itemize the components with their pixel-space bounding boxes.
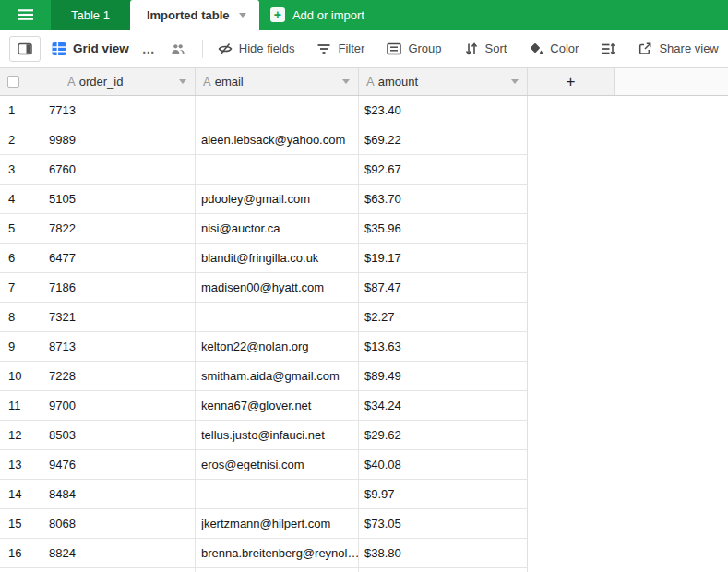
cell-email[interactable] <box>196 480 359 509</box>
cell-email[interactable] <box>196 303 359 332</box>
column-header-email[interactable]: A email <box>196 68 359 95</box>
cell-order-id[interactable]: 7321 <box>42 303 196 332</box>
tab-imported-table[interactable]: Imported table <box>130 0 259 30</box>
cell-amount[interactable]: $9.97 <box>359 480 528 509</box>
toolbar-divider <box>202 40 203 58</box>
cell-order-id[interactable]: 8503 <box>42 421 196 450</box>
single-line-text-field-icon: A <box>366 75 375 89</box>
cell-order-id[interactable]: 9989 <box>42 125 196 155</box>
cell-amount[interactable]: $19.17 <box>359 244 528 273</box>
cell-email[interactable]: smitham.aida@gmail.com <box>196 362 359 391</box>
cell-email[interactable]: pdooley@gmail.com <box>196 185 359 214</box>
sort-button[interactable]: Sort <box>464 42 507 56</box>
column-menu-chevron-icon[interactable] <box>179 79 186 84</box>
cell-email[interactable]: jkertzmann@hilpert.com <box>196 509 359 539</box>
filter-button[interactable]: Filter <box>316 42 364 56</box>
cell-amount[interactable]: $40.08 <box>359 450 528 480</box>
cell-email[interactable]: kelton22@nolan.org <box>196 332 359 362</box>
cell-order-id[interactable]: 5105 <box>42 185 196 214</box>
cell-amount[interactable]: $38.80 <box>359 539 528 568</box>
cell-amount[interactable]: $35.96 <box>359 214 528 244</box>
row-number-cell[interactable]: 7 <box>0 273 42 303</box>
cell-amount[interactable] <box>359 568 528 572</box>
cell-amount[interactable]: $63.70 <box>359 185 528 214</box>
column-header-order-id[interactable]: A order_id <box>42 68 196 95</box>
cell-email[interactable]: madisen00@hyatt.com <box>196 273 359 303</box>
cell-amount[interactable]: $69.22 <box>359 125 528 155</box>
view-switcher[interactable]: Grid view <box>52 42 129 56</box>
table-row: 158068jkertzmann@hilpert.com$73.05 <box>0 509 728 539</box>
cell-email[interactable]: brenna.breitenberg@reynol… <box>196 539 359 568</box>
row-number-cell[interactable]: 13 <box>0 450 42 480</box>
cell-email[interactable]: aleen.lebsack@yahoo.com <box>196 125 359 155</box>
row-number-cell[interactable]: 12 <box>0 421 42 450</box>
cell-email[interactable]: kenna67@glover.net <box>196 391 359 421</box>
select-all-checkbox[interactable] <box>7 76 19 88</box>
row-number-cell[interactable]: 15 <box>0 509 42 539</box>
cell-order-id[interactable]: 8713 <box>42 332 196 362</box>
table-row: 36760$92.67 <box>0 155 728 185</box>
row-number-cell[interactable]: 8 <box>0 303 42 332</box>
cell-order-id[interactable] <box>42 568 196 572</box>
hide-fields-button[interactable]: Hide fields <box>218 42 295 56</box>
cell-amount[interactable]: $2.27 <box>359 303 528 332</box>
cell-amount[interactable]: $87.47 <box>359 273 528 303</box>
column-header-amount[interactable]: A amount <box>359 68 528 95</box>
row-number-cell[interactable]: 10 <box>0 362 42 391</box>
cell-email[interactable] <box>196 96 359 125</box>
row-number-cell[interactable]: 2 <box>0 125 42 155</box>
column-name: order_id <box>79 75 124 89</box>
add-field-button[interactable]: + <box>528 68 615 95</box>
header-filler <box>615 68 728 95</box>
tab-table-1[interactable]: Table 1 <box>51 0 130 30</box>
cell-order-id[interactable]: 9700 <box>42 391 196 421</box>
cell-amount[interactable]: $89.49 <box>359 362 528 391</box>
column-menu-chevron-icon[interactable] <box>342 79 350 84</box>
cell-order-id[interactable]: 6760 <box>42 155 196 185</box>
row-number-cell[interactable]: 14 <box>0 480 42 509</box>
collaborators-button[interactable] <box>171 42 185 56</box>
column-menu-chevron-icon[interactable] <box>511 79 519 84</box>
cell-amount[interactable]: $13.63 <box>359 332 528 362</box>
cell-amount[interactable]: $29.62 <box>359 421 528 450</box>
row-height-button[interactable] <box>601 42 615 56</box>
table-row: 168824brenna.breitenberg@reynol…$38.80 <box>0 539 728 568</box>
cell-email[interactable]: blandit@fringilla.co.uk <box>196 244 359 273</box>
cell-order-id[interactable]: 6477 <box>42 244 196 273</box>
cell-email[interactable]: tellus.justo@infauci.net <box>196 421 359 450</box>
sidebar-toggle-button[interactable] <box>9 36 41 62</box>
chevron-down-icon[interactable] <box>239 13 246 18</box>
cell-amount[interactable]: $23.40 <box>359 96 528 125</box>
row-number-cell[interactable] <box>0 568 42 572</box>
cell-order-id[interactable]: 7186 <box>42 273 196 303</box>
cell-order-id[interactable]: 8068 <box>42 509 196 539</box>
cell-amount[interactable]: $73.05 <box>359 509 528 539</box>
add-or-import-button[interactable]: + Add or import <box>259 0 376 30</box>
cell-order-id[interactable]: 8484 <box>42 480 196 509</box>
row-number-cell[interactable]: 5 <box>0 214 42 244</box>
row-number-cell[interactable]: 1 <box>0 96 42 125</box>
row-number-cell[interactable]: 6 <box>0 244 42 273</box>
add-or-import-label: Add or import <box>292 8 364 22</box>
cell-order-id[interactable]: 8824 <box>42 539 196 568</box>
color-button[interactable]: Color <box>529 42 579 56</box>
group-button[interactable]: Group <box>387 42 441 56</box>
row-number-cell[interactable]: 11 <box>0 391 42 421</box>
cell-order-id[interactable]: 9476 <box>42 450 196 480</box>
share-view-button[interactable]: Share view <box>638 42 718 56</box>
cell-amount[interactable]: $34.24 <box>359 391 528 421</box>
view-more-button[interactable]: … <box>142 42 156 56</box>
cell-amount[interactable]: $92.67 <box>359 155 528 185</box>
row-number-cell[interactable]: 16 <box>0 539 42 568</box>
hamburger-menu-button[interactable] <box>0 0 51 30</box>
cell-email[interactable] <box>196 568 359 572</box>
cell-order-id[interactable]: 7713 <box>42 96 196 125</box>
row-number-cell[interactable]: 4 <box>0 185 42 214</box>
row-number-cell[interactable]: 9 <box>0 332 42 362</box>
cell-email[interactable]: eros@egetnisi.com <box>196 450 359 480</box>
cell-email[interactable]: nisi@auctor.ca <box>196 214 359 244</box>
cell-order-id[interactable]: 7822 <box>42 214 196 244</box>
cell-order-id[interactable]: 7228 <box>42 362 196 391</box>
cell-email[interactable] <box>196 155 359 185</box>
row-number-cell[interactable]: 3 <box>0 155 42 185</box>
